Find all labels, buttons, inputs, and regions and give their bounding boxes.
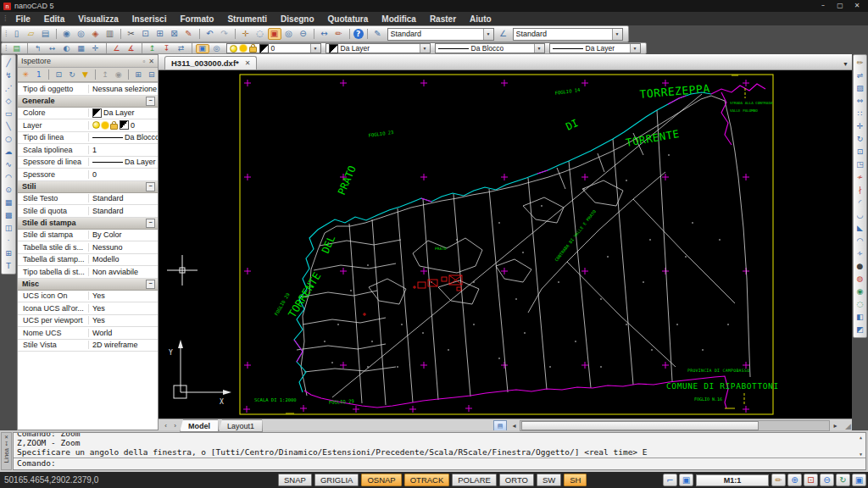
region-tool-icon[interactable]: ◫ [3, 222, 15, 234]
block-insert-icon[interactable]: ↥ [146, 44, 159, 53]
layer-freeze-icon[interactable]: ▦ [75, 44, 88, 53]
pan-icon[interactable]: ✛ [239, 28, 253, 40]
gradient-tool-icon[interactable]: ▩ [3, 209, 15, 221]
offset-icon[interactable]: ⇔ [854, 95, 866, 107]
cut-icon[interactable]: ✂ [125, 28, 138, 40]
ungroup-icon[interactable]: ◌ [854, 298, 866, 310]
property-value[interactable]: 1 [89, 146, 158, 154]
horizontal-scrollbar[interactable] [520, 420, 830, 431]
toggle-polare[interactable]: POLARE [452, 474, 497, 486]
toggle-otrack[interactable]: OTRACK [404, 474, 450, 486]
toggle-sw[interactable]: SW [537, 474, 561, 486]
rotate-icon[interactable]: ↻ [854, 133, 866, 145]
wipeout-icon[interactable]: ◩ [854, 324, 866, 336]
hatch-tool-icon[interactable]: ▦ [3, 197, 15, 208]
minimize-button[interactable]: – [819, 2, 827, 10]
toggle-sh[interactable]: SH [564, 474, 587, 486]
ellipse-tool-icon[interactable]: ⊙ [3, 184, 15, 196]
chevron-down-icon[interactable]: ▼ [534, 44, 544, 53]
collapse-icon[interactable]: − [146, 182, 155, 191]
chevron-down-icon[interactable]: ▼ [630, 44, 640, 53]
menu-disegno[interactable]: Disegno [274, 14, 320, 24]
explode-text-icon[interactable]: ◍ [854, 273, 866, 285]
menu-visualizza[interactable]: Visualizza [71, 14, 125, 24]
document-tab[interactable]: H311_003000.dxf* ✕ [164, 56, 257, 69]
zoom-dynamic-icon[interactable]: ◎ [282, 28, 296, 40]
property-value[interactable]: Da Layer [89, 108, 158, 118]
scale-indicator[interactable]: M1:1 [696, 474, 769, 486]
property-value[interactable]: By Color [89, 230, 158, 239]
collapse-icon[interactable]: − [146, 219, 155, 228]
divide-icon[interactable]: ∻ [854, 247, 866, 259]
toggle-orto[interactable]: ORTO [499, 474, 534, 486]
property-value[interactable]: World [89, 329, 158, 337]
paste-icon[interactable]: ⊞ [153, 28, 167, 40]
menu-aiuto[interactable]: Aiuto [463, 14, 498, 24]
zoom-window-icon[interactable]: ⊡ [804, 474, 818, 486]
apply-icon[interactable]: ↥ [99, 69, 112, 80]
layer-thaw-icon[interactable] [102, 122, 108, 129]
refresh-icon[interactable]: ↻ [66, 69, 79, 80]
property-value[interactable]: Yes [89, 316, 158, 324]
zoom-in-icon[interactable]: ⊕ [787, 474, 802, 486]
format-painter-icon[interactable]: ✎ [182, 28, 196, 40]
close-icon[interactable]: ✕ [4, 434, 8, 440]
trim-icon[interactable]: ≁ [854, 171, 866, 183]
polygon-tool-icon[interactable]: ◇ [3, 95, 15, 107]
chevron-down-icon[interactable]: ▼ [612, 29, 622, 40]
undo-icon[interactable]: ↶ [203, 28, 217, 40]
chevron-down-icon[interactable]: ▼ [420, 44, 430, 53]
move-icon[interactable]: ✛ [854, 120, 866, 132]
print-icon[interactable]: ▥ [103, 28, 117, 40]
layer-match-icon[interactable]: ↰ [31, 44, 45, 53]
spline-tool-icon[interactable]: ∿ [3, 158, 15, 170]
layer-tools-icon[interactable]: ✛ [89, 44, 103, 53]
zoom-out-icon[interactable]: ⊖ [297, 28, 310, 40]
property-value[interactable]: Standard [89, 194, 158, 202]
join-icon[interactable]: ◡ [854, 209, 866, 221]
pin-icon[interactable]: ↧ [4, 441, 8, 446]
circle-tool-icon[interactable]: ○ [3, 133, 15, 145]
zoom-realtime-icon[interactable]: ◌ [253, 28, 267, 40]
command-console[interactable]: Comando: ZoomZ,ZOOM - ZoomSpecificare un… [13, 432, 866, 470]
menu-formato[interactable]: Formato [173, 14, 220, 24]
draw-order-icon[interactable]: ◧ [854, 311, 866, 323]
linetype-combo[interactable]: Da Blocco ▼ [435, 43, 545, 53]
line-tool-icon[interactable]: ╱ [3, 57, 15, 69]
mirror-icon[interactable]: ⇌ [854, 69, 866, 81]
xref-icon[interactable]: ⇄ [175, 44, 188, 53]
dim-style-icon[interactable]: ∠ [497, 28, 510, 40]
edit-pencil-icon[interactable]: ✏ [854, 57, 866, 69]
menu-file[interactable]: File [9, 14, 37, 24]
text-style-icon[interactable]: ✎ [371, 28, 385, 40]
menu-edita[interactable]: Edita [37, 14, 71, 24]
property-value[interactable]: 0 [89, 170, 158, 179]
rectangle-tool-icon[interactable]: ▭ [3, 108, 15, 119]
new-file-icon[interactable]: ▯ [10, 28, 24, 40]
fillet-icon[interactable]: ◠ [854, 235, 866, 247]
collapse-icon[interactable]: − [146, 280, 155, 289]
property-value[interactable]: Da Blocco [89, 133, 158, 141]
plot-preview-icon[interactable]: ◎ [75, 28, 88, 40]
tab-next-icon[interactable]: › [170, 421, 180, 430]
text-angle-icon[interactable]: ∠ [110, 44, 124, 53]
brush-icon[interactable]: ✏ [771, 474, 786, 486]
grid-display-icon[interactable]: ▣ [679, 474, 693, 486]
menu-quotatura[interactable]: Quotatura [321, 14, 376, 24]
property-value[interactable]: Yes [89, 304, 158, 313]
table-tool-icon[interactable]: ⊞ [3, 247, 15, 259]
zoom-window-icon[interactable]: ▣ [268, 28, 281, 40]
collapse-icon[interactable]: − [146, 97, 155, 106]
regen-icon[interactable]: ↻ [836, 474, 850, 486]
maximize-button[interactable]: ▢ [836, 2, 844, 10]
resize-grip-icon[interactable]: ◢ [840, 422, 852, 430]
toggle-snap[interactable]: SNAP [278, 474, 312, 486]
property-value[interactable]: Nessuna selezione [89, 85, 158, 93]
property-value[interactable]: Nessuno [89, 243, 158, 252]
menu-strumenti[interactable]: Strumenti [220, 14, 274, 24]
section-header[interactable]: Stile di stampa− [18, 218, 158, 230]
text-tool-icon[interactable]: T [3, 260, 15, 272]
command-scrollbar[interactable]: ▲ ▼ [856, 433, 865, 458]
stretch-icon[interactable]: ◳ [854, 158, 866, 170]
property-value[interactable]: 0 [89, 120, 158, 130]
